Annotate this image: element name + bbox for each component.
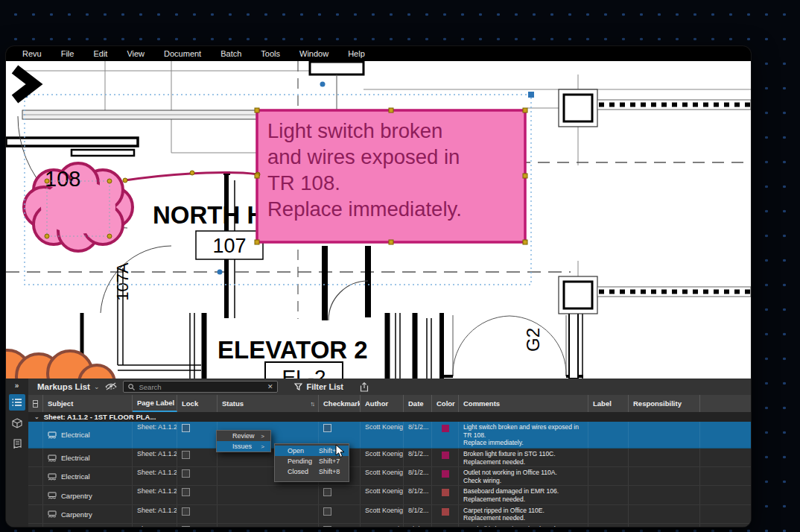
table-row[interactable]: Electrical Sheet: A1.1.2 - ... Scott Koe… [28, 422, 751, 449]
submenu-item-closed[interactable]: Closed Shift+8 [275, 466, 349, 477]
collapse-panel-button[interactable]: » [15, 381, 20, 390]
callout-text-line: TR 108. [267, 171, 340, 194]
table-row[interactable]: Carpentry Sheet: A1.1.2 - ... Scott Koen… [28, 486, 751, 504]
label-elevator-2: ELEVATOR 2 [218, 336, 368, 364]
search-input[interactable] [139, 383, 263, 391]
col-header-status[interactable]: Status ↑↓ [218, 395, 319, 412]
menu-bar: Revu File Edit View Document Batch Tools… [6, 46, 751, 61]
status-context-menu: Review> Issues> [216, 430, 271, 452]
col-header-responsibility[interactable]: Responsibility [629, 395, 700, 412]
spaces-icon[interactable] [9, 415, 25, 431]
callout-subject-icon [48, 431, 57, 439]
label-107a: 107A [113, 262, 132, 301]
col-header-author[interactable]: Author [361, 395, 404, 412]
markups-toolbar: Markups List ⌄ ✕ [28, 379, 751, 395]
callout-subject-icon [48, 510, 57, 518]
menu-revu[interactable]: Revu [16, 49, 51, 58]
export-share-icon[interactable] [360, 382, 369, 392]
revu-app-window: Revu File Edit View Document Batch Tools… [6, 46, 751, 527]
filter-list-button[interactable]: Filter List [294, 382, 343, 391]
label-north: NORTH H [153, 201, 264, 229]
menu-window[interactable]: Window [290, 49, 338, 58]
floor-plan: 108 NORTH H 107A ELEVATOR 2 G2 107 EL-2 … [6, 61, 751, 379]
mouse-cursor [335, 444, 346, 459]
callout-subject-icon [48, 473, 57, 481]
lock-checkbox[interactable] [182, 469, 190, 478]
hide-markups-icon[interactable] [105, 380, 117, 393]
lock-checkbox[interactable] [182, 488, 190, 496]
markups-panel: » Markups List ⌄ [6, 379, 751, 527]
col-header-filler [700, 395, 751, 412]
lock-checkbox[interactable] [182, 451, 190, 459]
markup-color-swatch[interactable] [442, 470, 449, 478]
markup-color-swatch[interactable] [442, 489, 449, 496]
markup-color-swatch[interactable] [442, 425, 449, 432]
table-rows: Electrical Sheet: A1.1.2 - ... Scott Koe… [28, 422, 751, 527]
col-header-checkmark[interactable]: Checkmark [319, 395, 361, 412]
markups-list-panel: Markups List ⌄ ✕ [28, 379, 751, 527]
menu-help[interactable]: Help [338, 49, 375, 58]
callout-text-line: Replace immediately. [267, 197, 462, 221]
table-row[interactable]: Electrical Sheet: A1.1.2 - ... Scott Koe… [28, 449, 751, 467]
chevron-down-icon[interactable]: ⌄ [94, 383, 100, 390]
markups-list-title[interactable]: Markups List [37, 382, 90, 391]
table-row[interactable]: Carpentry Sheet: A1.1.2 - ... Scott Koen… [28, 505, 751, 524]
markup-color-swatch[interactable] [442, 508, 449, 516]
col-header-color[interactable]: Color [432, 395, 459, 412]
expand-panel-chevron-icon[interactable] [10, 64, 43, 104]
menu-document[interactable]: Document [154, 49, 211, 58]
panel-sidebar: » [6, 379, 28, 527]
col-header-date[interactable]: Date [404, 395, 432, 412]
label-g2: G2 [523, 328, 543, 352]
markup-color-swatch[interactable] [442, 452, 449, 459]
col-header-comments[interactable]: Comments [459, 395, 588, 412]
label-107: 107 [212, 235, 246, 257]
filter-funnel-icon [294, 383, 302, 390]
callout-subject-icon [48, 492, 57, 499]
capture-icon[interactable] [9, 436, 25, 452]
collapse-all-header[interactable] [28, 395, 43, 412]
callout-text-line: Light switch broken [267, 119, 442, 142]
label-el2: EL-2 [282, 366, 326, 379]
drawing-canvas[interactable]: 108 NORTH H 107A ELEVATOR 2 G2 107 EL-2 … [6, 61, 751, 379]
col-header-lock[interactable]: Lock [177, 395, 218, 412]
col-header-subject[interactable]: Subject [43, 395, 133, 412]
col-header-label[interactable]: Label [588, 395, 629, 412]
menu-edit[interactable]: Edit [83, 49, 117, 58]
table-row[interactable]: Carpentry Sheet: A1.1.2 - ... Scott Koen… [28, 524, 751, 527]
checkmark-checkbox[interactable] [323, 424, 331, 432]
menu-view[interactable]: View [117, 49, 154, 58]
lock-checkbox[interactable] [182, 507, 190, 516]
selection-handle[interactable] [528, 92, 534, 98]
sheet-group-row[interactable]: ⌄ Sheet: A1.1.2 - 1ST FLOOR PLA... [28, 412, 751, 422]
label-108: 108 [45, 167, 80, 191]
callout-subject-icon [48, 455, 57, 462]
markups-list-icon[interactable] [9, 394, 25, 411]
checkmark-checkbox[interactable] [323, 526, 331, 527]
clear-search-icon[interactable]: ✕ [267, 383, 273, 390]
callout-text-line: and wires exposed in [267, 145, 460, 168]
search-icon [128, 384, 135, 390]
sort-icon[interactable]: ↑↓ [311, 400, 314, 408]
callout-markup[interactable]: Light switch broken and wires exposed in… [257, 110, 525, 242]
checkmark-checkbox[interactable] [323, 488, 331, 496]
lock-checkbox[interactable] [182, 526, 190, 527]
table-header-row: Subject Page Label ∧ Lock Status ↑↓ Chec… [28, 395, 751, 412]
col-header-page-label[interactable]: Page Label ∧ [133, 395, 177, 412]
table-row[interactable]: Electrical Sheet: A1.1.2 - ... Scott Koe… [28, 467, 751, 486]
menu-file[interactable]: File [51, 49, 84, 58]
checkmark-checkbox[interactable] [323, 507, 331, 516]
menu-item-issues[interactable]: Issues> [217, 441, 270, 452]
lock-checkbox[interactable] [182, 424, 190, 432]
orange-cloud-markup[interactable] [6, 350, 115, 379]
menu-batch[interactable]: Batch [211, 49, 251, 58]
chevron-down-icon[interactable]: ⌄ [34, 414, 39, 420]
search-box: ✕ [123, 381, 278, 393]
menu-tools[interactable]: Tools [251, 49, 290, 58]
menu-item-review[interactable]: Review> [217, 431, 270, 441]
